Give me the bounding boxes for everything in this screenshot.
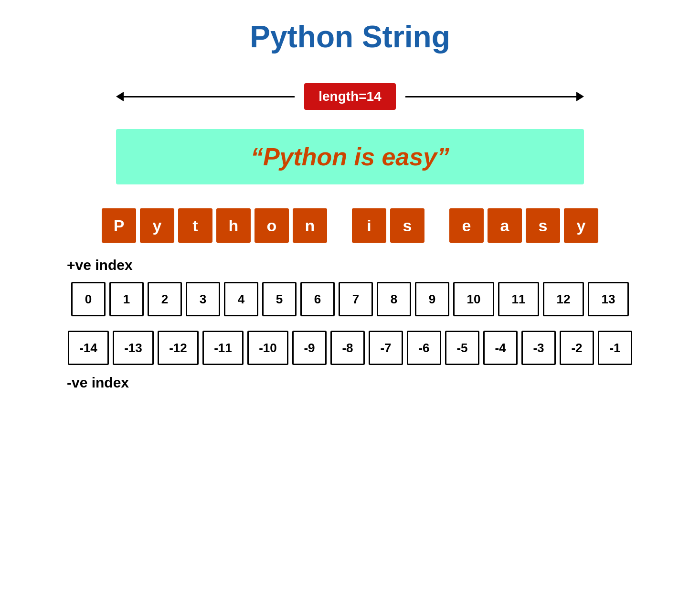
char-y: y (140, 208, 174, 243)
chars-row: P y t h o n i s e a s y (40, 208, 660, 243)
neg-idx-10: -10 (247, 331, 288, 365)
neg-idx-11: -11 (202, 331, 244, 365)
pos-idx-13: 13 (588, 282, 629, 316)
neg-idx-14: -14 (68, 331, 109, 365)
pos-idx-3: 3 (186, 282, 220, 316)
char-s: s (390, 208, 424, 243)
neg-idx-3: -3 (521, 331, 556, 365)
char-h: h (216, 208, 251, 243)
neg-idx-13: -13 (113, 331, 154, 365)
pos-idx-8: 8 (377, 282, 411, 316)
pos-idx-2: 2 (148, 282, 182, 316)
char-s2: s (526, 208, 560, 243)
char-i: i (352, 208, 386, 243)
pos-index-row: 0 1 2 3 4 5 6 7 8 9 10 11 12 13 (40, 282, 660, 316)
neg-idx-5: -5 (445, 331, 479, 365)
arrow-right-head (576, 92, 584, 101)
pos-idx-1: 1 (109, 282, 144, 316)
neg-idx-9: -9 (292, 331, 327, 365)
page-title: Python String (250, 19, 450, 54)
string-value: “Python is easy” (251, 142, 449, 171)
pos-idx-5: 5 (262, 282, 297, 316)
neg-idx-2: -2 (560, 331, 594, 365)
length-section: length=14 (116, 83, 584, 110)
neg-index-row: -14 -13 -12 -11 -10 -9 -8 -7 -6 -5 -4 -3… (40, 331, 660, 365)
pos-index-label: +ve index (67, 257, 133, 273)
arrow-left-line (124, 96, 295, 97)
char-y2: y (564, 208, 598, 243)
pos-idx-12: 12 (543, 282, 584, 316)
pos-idx-9: 9 (415, 282, 449, 316)
pos-idx-0: 0 (71, 282, 106, 316)
pos-idx-11: 11 (498, 282, 539, 316)
neg-idx-1: -1 (598, 331, 632, 365)
char-a: a (488, 208, 522, 243)
neg-idx-12: -12 (158, 331, 199, 365)
neg-idx-6: -6 (407, 331, 441, 365)
neg-index-label: -ve index (67, 375, 129, 391)
char-n: n (293, 208, 327, 243)
char-o: o (255, 208, 289, 243)
arrow-right-line (405, 96, 576, 97)
char-t: t (178, 208, 212, 243)
pos-idx-6: 6 (300, 282, 335, 316)
char-e: e (449, 208, 484, 243)
arrow-left-head (116, 92, 124, 101)
neg-idx-8: -8 (330, 331, 365, 365)
string-display-box: “Python is easy” (116, 129, 584, 184)
length-arrow: length=14 (116, 83, 584, 110)
pos-idx-4: 4 (224, 282, 258, 316)
char-P: P (102, 208, 136, 243)
pos-idx-7: 7 (339, 282, 373, 316)
neg-idx-4: -4 (483, 331, 518, 365)
pos-idx-10: 10 (453, 282, 494, 316)
length-badge: length=14 (304, 83, 395, 110)
neg-idx-7: -7 (369, 331, 403, 365)
